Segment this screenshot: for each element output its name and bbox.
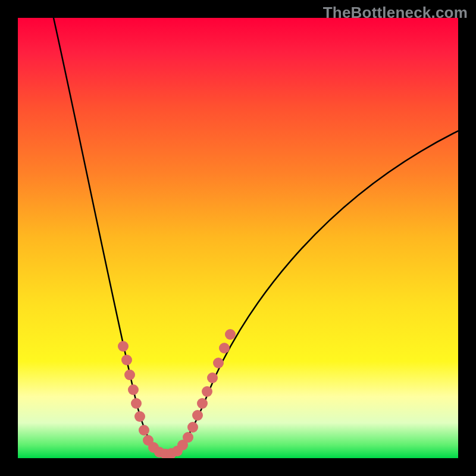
data-dots: [118, 329, 236, 458]
dot: [121, 355, 132, 365]
dot: [197, 398, 208, 409]
dot: [207, 372, 218, 383]
dot: [134, 411, 145, 422]
watermark-text: TheBottleneck.com: [323, 4, 468, 22]
plot-area: [18, 18, 458, 458]
dot: [202, 386, 212, 397]
dot: [187, 422, 198, 433]
dot: [219, 343, 230, 353]
dot: [213, 358, 224, 368]
dot: [183, 432, 193, 443]
dot: [124, 369, 135, 380]
bottleneck-curve: [54, 18, 458, 455]
dot: [118, 341, 129, 352]
dot: [131, 398, 142, 409]
chart-frame: TheBottleneck.com: [0, 0, 476, 476]
dot: [192, 410, 203, 421]
dot: [128, 384, 139, 395]
dot: [225, 329, 236, 340]
dot: [139, 425, 149, 436]
chart-svg: [18, 18, 458, 458]
